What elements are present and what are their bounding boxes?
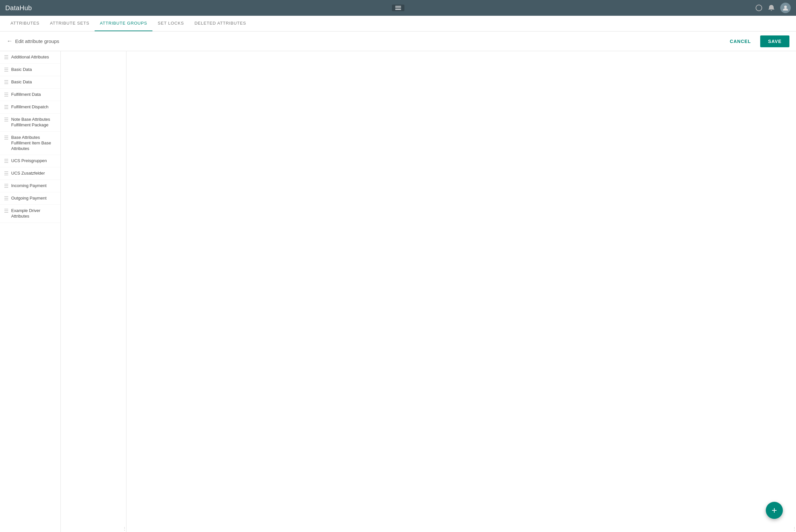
user-avatar[interactable] — [780, 3, 791, 13]
sidebar-item-label: Incoming Payment — [11, 183, 56, 189]
sidebar-item-note-base-attributes-fulfillment-package[interactable]: ☰Note Base Attributes Fulfillment Packag… — [0, 114, 60, 132]
sidebar-item-ucs-preisgruppen[interactable]: ☰UCS Preisgruppen — [0, 155, 60, 167]
sidebar-item-ucs-zusatzfelder[interactable]: ☰UCS Zusatzfelder — [0, 167, 60, 180]
sidebar-item-fulfillment-dispatch[interactable]: ☰Fulfillment Dispatch — [0, 101, 60, 114]
save-button[interactable]: SAVE — [760, 35, 790, 47]
center-panel: ⋮ — [61, 51, 126, 532]
main-content: ☰Additional Attributes☰Basic Data☰Basic … — [0, 51, 796, 532]
sidebar-item-label: Fulfillment Dispatch — [11, 104, 56, 110]
resize-handle-right[interactable]: ⋮ — [793, 526, 796, 532]
bell-icon[interactable] — [768, 4, 775, 12]
tab-attribute-sets[interactable]: ATTRIBUTE SETS — [45, 15, 95, 31]
cancel-button[interactable]: CANCEL — [725, 36, 756, 46]
edit-bar-actions: CANCEL SAVE — [725, 35, 790, 47]
svg-point-1 — [784, 5, 787, 8]
sidebar-item-basic-data-2[interactable]: ☰Basic Data — [0, 76, 60, 89]
resize-dots-right-icon: ⋮ — [792, 527, 796, 531]
sidebar-item-label: Base Attributes Fulfillment Item Base At… — [11, 135, 56, 152]
sidebar-item-incoming-payment[interactable]: ☰Incoming Payment — [0, 180, 60, 192]
tab-attribute-groups[interactable]: ATTRIBUTE GROUPS — [95, 15, 152, 31]
sidebar-item-outgoing-payment[interactable]: ☰Outgoing Payment — [0, 192, 60, 205]
tab-set-locks[interactable]: SET LOCKS — [152, 15, 189, 31]
hamburger-menu[interactable] — [392, 5, 404, 11]
back-button[interactable]: ← Edit attribute groups — [6, 38, 59, 45]
add-fab-button[interactable]: + — [766, 502, 783, 519]
drag-handle-icon: ☰ — [4, 208, 8, 214]
sidebar-item-fulfillment-data[interactable]: ☰Fulfillment Data — [0, 89, 60, 101]
sidebar-item-label: Basic Data — [11, 79, 56, 85]
drag-handle-icon: ☰ — [4, 171, 8, 176]
sidebar-item-additional-attributes[interactable]: ☰Additional Attributes — [0, 51, 60, 64]
app-logo: DataHub — [5, 4, 32, 12]
resize-handle-center[interactable]: ⋮ — [123, 526, 126, 532]
sidebar-item-label: Example Driver Attributes — [11, 208, 56, 219]
sidebar-item-label: Additional Attributes — [11, 55, 56, 60]
drag-handle-icon: ☰ — [4, 158, 8, 164]
sidebar-item-label: Basic Data — [11, 67, 56, 73]
circle-icon[interactable] — [755, 4, 762, 12]
resize-dots-icon: ⋮ — [123, 527, 127, 531]
back-arrow-icon: ← — [6, 38, 13, 45]
drag-handle-icon: ☰ — [4, 135, 8, 140]
sidebar-item-base-attributes-fulfillment-item[interactable]: ☰Base Attributes Fulfillment Item Base A… — [0, 132, 60, 155]
drag-handle-icon: ☰ — [4, 55, 8, 60]
sidebar-item-label: UCS Preisgruppen — [11, 158, 56, 164]
drag-handle-icon: ☰ — [4, 105, 8, 110]
edit-bar-title: Edit attribute groups — [15, 38, 59, 44]
drag-handle-icon: ☰ — [4, 196, 8, 201]
svg-point-0 — [756, 5, 762, 11]
drag-handle-icon: ☰ — [4, 117, 8, 122]
sidebar: ☰Additional Attributes☰Basic Data☰Basic … — [0, 51, 61, 532]
sidebar-item-label: Fulfillment Data — [11, 92, 56, 97]
right-panel: ⋮ — [126, 51, 796, 532]
edit-bar: ← Edit attribute groups CANCEL SAVE — [0, 32, 796, 51]
tab-deleted-attributes[interactable]: DELETED ATTRIBUTES — [189, 15, 251, 31]
drag-handle-icon: ☰ — [4, 184, 8, 189]
sidebar-item-example-driver-attributes[interactable]: ☰Example Driver Attributes — [0, 205, 60, 223]
sidebar-item-label: Outgoing Payment — [11, 196, 56, 201]
sidebar-item-label: UCS Zusatzfelder — [11, 171, 56, 176]
sidebar-item-label: Note Base Attributes Fulfillment Package — [11, 117, 56, 128]
top-header: DataHub — [0, 0, 796, 16]
drag-handle-icon: ☰ — [4, 67, 8, 73]
nav-tabs: ATTRIBUTES ATTRIBUTE SETS ATTRIBUTE GROU… — [0, 16, 796, 32]
sidebar-item-basic-data-1[interactable]: ☰Basic Data — [0, 64, 60, 76]
header-center — [392, 5, 404, 11]
drag-handle-icon: ☰ — [4, 92, 8, 97]
drag-handle-icon: ☰ — [4, 80, 8, 85]
header-icons — [755, 3, 791, 13]
tab-attributes[interactable]: ATTRIBUTES — [5, 15, 45, 31]
